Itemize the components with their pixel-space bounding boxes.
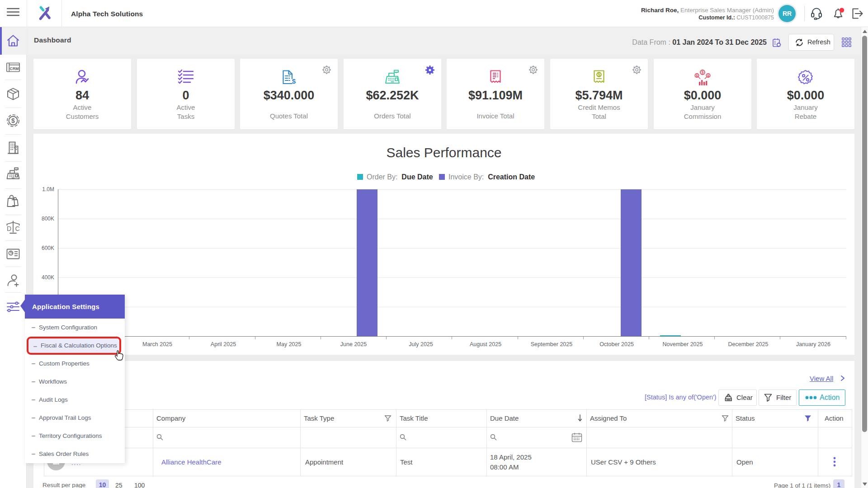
svg-text:$: $ bbox=[707, 74, 709, 78]
svg-text:CRM: CRM bbox=[10, 66, 19, 71]
svg-text:$: $ bbox=[598, 72, 600, 77]
svg-text:$: $ bbox=[701, 70, 703, 75]
svg-text:$: $ bbox=[11, 117, 15, 124]
svg-text:D: D bbox=[7, 225, 11, 232]
svg-text:$: $ bbox=[696, 74, 698, 78]
svg-text:$: $ bbox=[292, 77, 296, 85]
svg-text:C: C bbox=[15, 225, 19, 232]
